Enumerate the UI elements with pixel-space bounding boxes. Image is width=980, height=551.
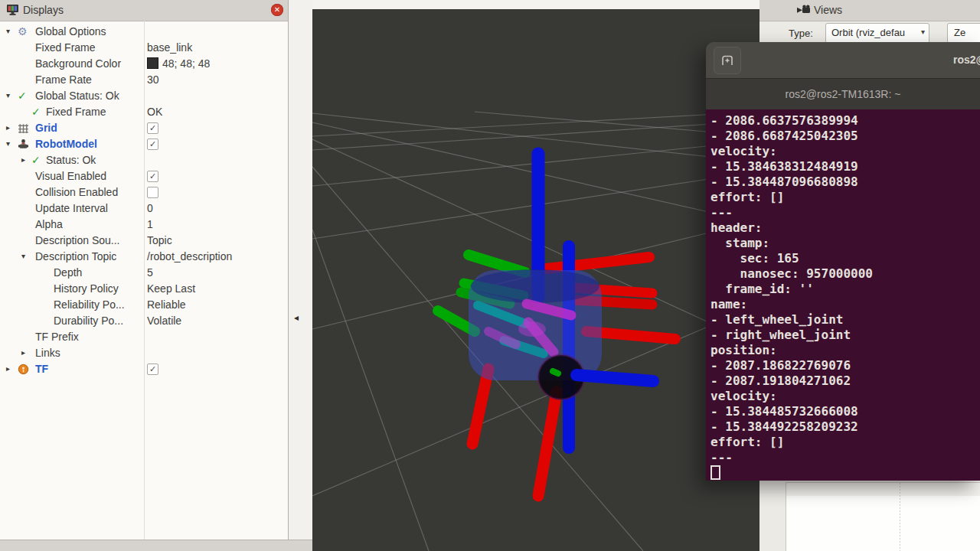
row-label: TF — [35, 363, 48, 375]
wheel-hub-green — [553, 371, 558, 373]
detail-magenta — [518, 321, 546, 337]
displays-panel-bottom-strip — [0, 540, 312, 551]
zero-button[interactable]: Ze — [947, 23, 980, 44]
terminal-titlebar[interactable]: ros2@ — [706, 42, 980, 78]
row-checkbox[interactable]: ✓ — [147, 171, 158, 182]
terminal-line: - 15.384487096680898 — [710, 174, 980, 190]
expand-arrow-icon[interactable]: ▾ — [6, 139, 10, 148]
terminal-line: - 2087.191804271062 — [710, 373, 980, 389]
view-type-dropdown[interactable]: Orbit (rviz_defau ▾ — [825, 23, 929, 44]
check-icon: ✓ — [31, 106, 43, 118]
terminal-line: effort: [] — [710, 435, 980, 450]
row-value[interactable]: Volatile — [147, 315, 181, 327]
expand-arrow-icon[interactable]: ▸ — [6, 364, 10, 373]
row-checkbox[interactable] — [147, 187, 158, 198]
row-value[interactable]: OK — [147, 106, 162, 118]
row-label: Update Interval — [35, 202, 108, 214]
row-value[interactable]: 1 — [147, 218, 153, 230]
collapse-arrow-icon[interactable]: ◂ — [294, 312, 299, 323]
row-checkbox[interactable]: ✓ — [147, 139, 158, 150]
row-value[interactable]: Reliable — [147, 298, 186, 311]
views-list-column-divider — [900, 483, 900, 551]
row-label: Description Sou... — [35, 234, 120, 246]
tf-axis-red — [547, 257, 649, 269]
row-value[interactable]: base_link — [147, 41, 192, 54]
row-value[interactable]: 30 — [147, 73, 159, 86]
row-label: Fixed Frame — [46, 106, 106, 118]
terminal-line: header: — [710, 220, 980, 236]
row-label: TF Prefix — [35, 331, 79, 343]
row-label: Background Color — [35, 57, 121, 70]
panel-splitter[interactable]: ◂ — [289, 0, 312, 540]
row-label: Visual Enabled — [35, 170, 106, 182]
row-label: RobotModel — [35, 138, 97, 150]
displays-icon — [6, 4, 19, 16]
tf-axis-green — [469, 255, 525, 272]
terminal-line: frame_id: '' — [710, 282, 980, 297]
terminal-cursor-line — [710, 465, 980, 481]
chevron-down-icon: ▾ — [921, 28, 925, 36]
check-icon: ✓ — [18, 90, 29, 102]
terminal-line: - 15.384485732666008 — [710, 404, 980, 419]
terminal-window-title: ros2@ — [953, 54, 980, 66]
terminal-line: nanosec: 957000000 — [710, 266, 980, 282]
row-label: Durability Po... — [54, 315, 123, 327]
terminal-tab[interactable]: ros2@ros2-TM1613R: ~ — [706, 79, 980, 110]
expand-arrow-icon[interactable]: ▾ — [21, 252, 25, 260]
view-type-label: Type: — [789, 28, 813, 39]
row-value[interactable]: 5 — [147, 266, 153, 279]
terminal-line: --- — [710, 205, 980, 220]
views-camera-icon — [796, 5, 811, 14]
new-tab-button[interactable] — [714, 47, 741, 74]
row-value[interactable]: 48; 48; 48 — [147, 57, 210, 70]
expand-arrow-icon[interactable]: ▸ — [21, 155, 25, 164]
row-label: Collision Enabled — [35, 186, 118, 198]
tf-axis-red — [472, 369, 488, 444]
row-value[interactable]: Topic — [147, 234, 172, 246]
terminal-line: name: — [710, 297, 980, 312]
new-tab-icon — [721, 55, 733, 66]
terminal-tabbar: ros2@ros2-TM1613R: ~ — [706, 78, 980, 110]
terminal-line: position: — [710, 343, 980, 358]
terminal-window[interactable]: ros2@ ros2@ros2-TM1613R: ~ - 2086.663757… — [706, 42, 980, 481]
color-swatch — [147, 57, 158, 69]
terminal-line: stamp: — [710, 236, 980, 251]
terminal-cursor — [710, 465, 720, 480]
expand-arrow-icon[interactable]: ▾ — [6, 27, 10, 35]
displays-panel-title: Displays — [23, 4, 64, 16]
row-value[interactable]: 0 — [147, 202, 153, 214]
views-panel-titlebar[interactable]: Views — [760, 0, 980, 21]
terminal-line: sec: 165 — [710, 251, 980, 266]
terminal-line: - 2087.186822769076 — [710, 358, 980, 373]
expand-arrow-icon[interactable]: ▸ — [6, 123, 10, 132]
views-list-header — [786, 483, 980, 496]
render-viewport[interactable] — [312, 9, 760, 551]
terminal-line: --- — [710, 450, 980, 465]
tree-column-divider[interactable] — [144, 21, 145, 540]
row-checkbox[interactable]: ✓ — [147, 122, 158, 134]
close-icon[interactable]: ✕ — [271, 4, 283, 16]
zero-button-label: Ze — [954, 27, 965, 38]
view-type-value: Orbit (rviz_defau — [831, 27, 905, 38]
row-label: Description Topic — [35, 250, 116, 262]
displays-panel-titlebar[interactable]: Displays ✕ — [0, 0, 288, 21]
terminal-output[interactable]: - 2086.6637576389994- 2086.6687425042305… — [706, 109, 980, 481]
terminal-line: - right_wheel_joint — [710, 328, 980, 343]
views-list[interactable] — [786, 482, 980, 551]
terminal-line: effort: [] — [710, 190, 980, 205]
row-label: Links — [35, 347, 60, 359]
row-value[interactable]: Keep Last — [147, 282, 195, 295]
terminal-line: - 15.384492258209232 — [710, 419, 980, 435]
expand-arrow-icon[interactable]: ▸ — [21, 348, 25, 357]
row-label: Status: Ok — [46, 154, 96, 166]
grid-icon — [18, 122, 29, 134]
row-label: Global Options — [35, 25, 106, 37]
tf-axis-red — [538, 392, 557, 496]
terminal-line: - left_wheel_joint — [710, 312, 980, 328]
row-value[interactable]: /robot_description — [147, 250, 232, 262]
row-checkbox[interactable]: ✓ — [147, 364, 158, 375]
expand-arrow-icon[interactable]: ▾ — [6, 91, 10, 99]
row-label: Alpha — [35, 218, 63, 230]
robot-icon — [18, 139, 29, 150]
viewport-top-strip — [312, 0, 760, 9]
